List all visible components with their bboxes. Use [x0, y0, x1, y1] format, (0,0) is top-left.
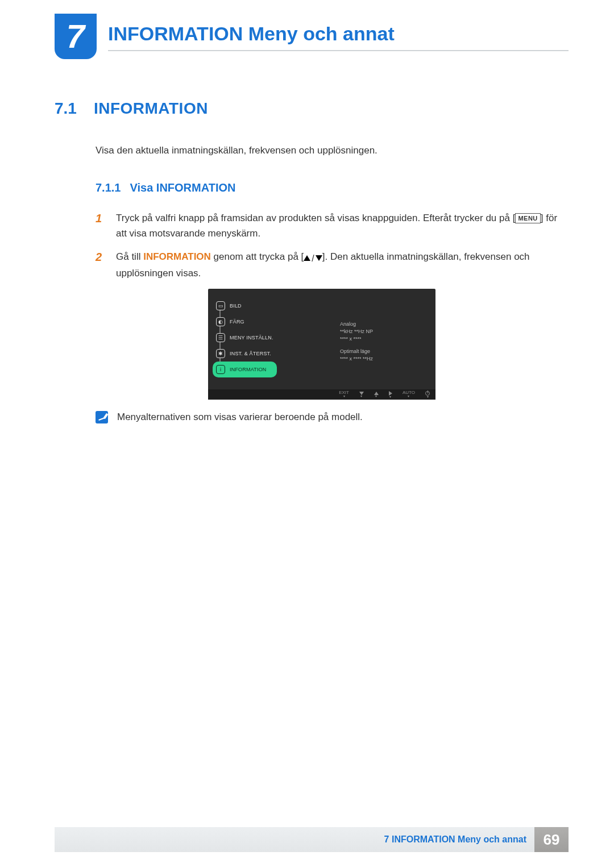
osd-item-label: INST. & ÅTERST. [230, 351, 271, 356]
chapter-number: 7 [67, 20, 85, 53]
arrow-up-icon [304, 255, 310, 261]
caret-down-icon: ▾ [427, 396, 429, 398]
menu-chip: MENU [515, 213, 540, 223]
osd-item-farg: ◐ FÄRG [213, 314, 277, 330]
osd-screenshot: ▭ BILD ◐ FÄRG ☰ MENY INSTÄLLN. ✱ INST. &… [208, 289, 435, 400]
power-icon [425, 391, 430, 396]
osd-item-meny: ☰ MENY INSTÄLLN. [213, 330, 277, 346]
step-number: 1 [96, 210, 106, 241]
osd-item-label: MENY INSTÄLLN. [230, 335, 273, 340]
picture-icon: ▭ [216, 301, 225, 310]
note-text: Menyalternativen som visas varierar bero… [117, 412, 363, 423]
chapter-number-tab: 7 [55, 14, 97, 59]
osd-menu: ▭ BILD ◐ FÄRG ☰ MENY INSTÄLLN. ✱ INST. &… [213, 298, 277, 377]
osd-item-information: i INFORMATION [213, 362, 277, 377]
subsection-title: Visa INFORMATION [130, 181, 235, 194]
step-2: 2 Gå till INFORMATION genom att trycka p… [96, 249, 569, 281]
section-heading: 7.1 INFORMATION [55, 99, 569, 118]
gear-icon: ✱ [216, 349, 225, 358]
section-number: 7.1 [55, 99, 77, 118]
osd-signal: Analog [340, 321, 373, 328]
note-icon [96, 411, 108, 423]
page-content: 7.1 INFORMATION Visa den aktuella inmatn… [55, 99, 569, 423]
osd-optimal-block: Optimalt läge **** x **** **Hz [340, 348, 373, 362]
up-down-keys: / [304, 251, 322, 266]
color-icon: ◐ [216, 317, 225, 326]
caret-down-icon: ▾ [389, 396, 391, 398]
chapter-title: INFORMATION Meny och annat [108, 23, 395, 45]
step-1-pre: Tryck på valfri knapp på framsidan av pr… [116, 213, 515, 223]
arrow-separator: / [312, 251, 314, 266]
step-1: 1 Tryck på valfri knapp på framsidan av … [96, 210, 569, 241]
footer-title: 7 INFORMATION Meny och annat [384, 834, 526, 845]
osd-item-label: BILD [230, 303, 242, 309]
subsection-heading: 7.1.1 Visa INFORMATION [96, 181, 569, 194]
osd-auto-button: AUTO ▾ [403, 391, 415, 398]
osd-optimal-label: Optimalt läge [340, 348, 373, 355]
information-keyword: INFORMATION [143, 251, 211, 262]
osd-frequency: **kHz **Hz NP [340, 328, 373, 335]
arrow-down-icon [316, 255, 322, 261]
section-title: INFORMATION [94, 99, 208, 118]
step-2-pre: Gå till [116, 251, 143, 262]
osd-item-inst: ✱ INST. & ÅTERST. [213, 346, 277, 362]
caret-down-icon: ▾ [408, 395, 409, 398]
caret-down-icon: ▾ [375, 395, 377, 398]
osd-resolution: **** x **** [340, 335, 373, 343]
osd-enter-button: ▾ [389, 391, 392, 398]
osd-up-button: ▾ [374, 392, 379, 398]
step-text: Gå till INFORMATION genom att trycka på … [116, 249, 569, 281]
osd-item-label: FÄRG [230, 319, 244, 325]
step-2-mid: genom att trycka på [ [211, 251, 304, 262]
osd-button-bar: EXIT ▾ ▾ ▾ ▾ AUTO ▾ ▾ [208, 389, 435, 400]
osd-item-bild: ▭ BILD [213, 298, 277, 314]
osd-power-button: ▾ [425, 391, 430, 398]
footer-bar: 7 INFORMATION Meny och annat [55, 827, 534, 852]
osd-down-button: ▾ [359, 392, 364, 398]
osd-exit-button: EXIT ▾ [339, 391, 349, 398]
osd-optimal-value: **** x **** **Hz [340, 355, 373, 363]
section-intro: Visa den aktuella inmatningskällan, frek… [96, 145, 569, 156]
chapter-rule [108, 50, 569, 51]
osd-item-label: INFORMATION [230, 367, 267, 372]
info-icon: i [216, 365, 225, 374]
subsection-number: 7.1.1 [96, 181, 121, 194]
caret-down-icon: ▾ [360, 395, 362, 398]
page-number: 69 [534, 827, 569, 852]
note: Menyalternativen som visas varierar bero… [96, 411, 569, 423]
caret-down-icon: ▾ [343, 395, 345, 398]
step-text: Tryck på valfri knapp på framsidan av pr… [116, 210, 569, 241]
page-footer: 7 INFORMATION Meny och annat 69 [55, 827, 569, 852]
osd-info-panel: Analog **kHz **Hz NP **** x **** Optimal… [340, 321, 373, 368]
osd-signal-block: Analog **kHz **Hz NP **** x **** [340, 321, 373, 342]
menu-settings-icon: ☰ [216, 333, 225, 342]
step-number: 2 [96, 249, 106, 281]
